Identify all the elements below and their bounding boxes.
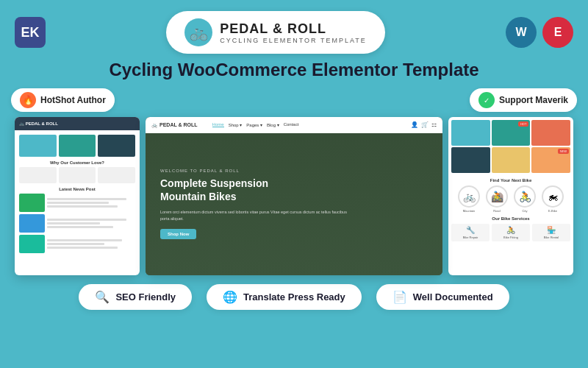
news-text-1 — [47, 194, 135, 212]
support-badge: ✓ Support Maverik — [470, 88, 577, 112]
user-icon[interactable]: 👤 — [411, 121, 418, 128]
service-3: 🏪 Bike Rental — [532, 224, 570, 241]
hero-title: Complete SuspensionMountain Bikes — [160, 177, 428, 203]
left-why-1 — [19, 167, 57, 183]
news-img-1 — [19, 194, 45, 212]
docs-label: Well Documented — [413, 291, 493, 302]
news-img-3 — [19, 235, 45, 253]
services-row: 🔧 Bike Repair 🚴 Bike Fitting 🏪 Bike Rent… — [448, 222, 573, 243]
left-news-1 — [19, 194, 135, 212]
translate-badge: 🌐 Translate Press Ready — [207, 284, 362, 310]
brand-title: PEDAL & ROLL — [220, 21, 367, 37]
center-nav-logo: 🚲 PEDAL & ROLL — [151, 122, 198, 128]
nav-blog[interactable]: Blog ▾ — [267, 122, 279, 127]
right-section-1-title: Find Your Next Bike — [451, 178, 570, 183]
left-content: Why Our Customer Love? Latest News Post — [15, 130, 140, 260]
left-card-1 — [19, 135, 57, 157]
bike-icon-3: 🚴 — [514, 185, 536, 208]
hotshot-icon: 🔥 — [20, 92, 36, 108]
grid-item-2: HOT — [492, 120, 531, 146]
hero-section: WELCOME TO PEDAL & ROLL Complete Suspens… — [146, 133, 442, 275]
service-1: 🔧 Bike Repair — [451, 224, 490, 241]
left-card-2 — [59, 135, 96, 157]
service-2: 🚴 Bike Fitting — [492, 224, 530, 241]
translate-icon: 🌐 — [223, 290, 237, 304]
bike-item-2: 🚵 Road — [484, 185, 510, 213]
left-section-2-title: Latest News Post — [19, 187, 135, 191]
news-text-2 — [47, 214, 135, 233]
grid-item-6: NEW — [531, 147, 570, 173]
center-brand-logo: 🚲 PEDAL & ROLL CYCLING ELEMENTOR TEMPLAT… — [166, 11, 385, 54]
bottom-badges: 🔍 SEO Friendly 🌐 Translate Press Ready 📄… — [15, 284, 573, 310]
menu-icon[interactable]: ⚏ — [431, 121, 437, 128]
hero-description: Lorem orci elementum dictum viverra sed … — [160, 209, 348, 222]
left-news-3 — [19, 235, 135, 253]
left-logo: 🚲 PEDAL & ROLL — [19, 121, 58, 126]
shop-now-button[interactable]: Shop Now — [160, 229, 196, 239]
left-why-row — [19, 167, 135, 183]
bike-item-4: 🏍 E-Bike — [540, 185, 566, 213]
seo-label: SEO Friendly — [115, 291, 176, 302]
nav-pages[interactable]: Pages ▾ — [246, 122, 262, 127]
bike-icon-2: 🚵 — [486, 185, 508, 208]
wordpress-logo: W — [506, 17, 537, 48]
right-logos: W E — [506, 17, 573, 48]
main-container: EK 🚲 PEDAL & ROLL CYCLING ELEMENTOR TEMP… — [0, 0, 588, 368]
bike-icon-4: 🏍 — [542, 185, 564, 208]
support-label: Support Maverik — [499, 95, 568, 105]
left-preview-header: 🚲 PEDAL & ROLL — [15, 117, 140, 130]
center-preview: 🚲 PEDAL & ROLL Home Shop ▾ Pages ▾ Blog … — [146, 117, 442, 275]
nav-links: Home Shop ▾ Pages ▾ Blog ▾ Contact — [212, 122, 299, 127]
seo-icon: 🔍 — [95, 290, 110, 304]
bikes-row: 🚲 Mountain 🚵 Road 🚴 City 🏍 E-Bike — [448, 184, 573, 214]
elementor-logo: E — [542, 17, 573, 48]
nav-shop[interactable]: Shop ▾ — [229, 122, 243, 127]
left-card-3 — [98, 135, 135, 157]
ek-logo: EK — [15, 17, 46, 48]
docs-badge: 📄 Well Documented — [376, 284, 509, 310]
brand-icon: 🚲 — [184, 18, 212, 46]
brand-subtitle: CYCLING ELEMENTOR TEMPLATE — [220, 37, 367, 44]
nav-home[interactable]: Home — [212, 122, 224, 127]
grid-item-4 — [451, 147, 490, 173]
center-nav: 🚲 PEDAL & ROLL Home Shop ▾ Pages ▾ Blog … — [146, 117, 442, 133]
left-preview: 🚲 PEDAL & ROLL Why Our Customer Love? La… — [15, 117, 140, 275]
bike-item-3: 🚴 City — [512, 185, 538, 213]
top-logos-row: EK 🚲 PEDAL & ROLL CYCLING ELEMENTOR TEMP… — [15, 11, 573, 54]
nav-contact[interactable]: Contact — [284, 122, 299, 127]
author-badge: 🔥 HotShot Author — [11, 88, 115, 112]
left-color-row — [19, 135, 135, 157]
left-why-2 — [59, 167, 96, 183]
seo-badge: 🔍 SEO Friendly — [79, 284, 192, 310]
page-title: Cycling WooCommerce Elementor Template — [109, 60, 478, 80]
grid-item-1 — [451, 120, 490, 146]
brand-text: PEDAL & ROLL CYCLING ELEMENTOR TEMPLATE — [220, 21, 367, 44]
left-news-2 — [19, 214, 135, 233]
grid-item-5 — [492, 147, 531, 173]
grid-item-3 — [531, 120, 570, 146]
bike-icon-1: 🚲 — [458, 185, 480, 208]
right-preview: HOT NEW Find Your Next Bike 🚲 Mountain 🚵… — [448, 117, 573, 275]
rental-icon: 🏪 — [534, 226, 568, 234]
previews-row: 🚲 PEDAL & ROLL Why Our Customer Love? La… — [15, 115, 573, 277]
news-text-3 — [47, 235, 135, 253]
repair-icon: 🔧 — [453, 226, 487, 234]
hero-welcome: WELCOME TO PEDAL & ROLL — [160, 169, 428, 173]
docs-icon: 📄 — [392, 290, 407, 304]
author-label: HotShot Author — [40, 95, 106, 105]
left-why-3 — [98, 167, 135, 183]
translate-label: Translate Press Ready — [243, 291, 345, 302]
right-section-2-title: Our Bike Services — [451, 216, 570, 221]
cart-icon[interactable]: 🛒 — [421, 121, 429, 128]
right-grid: HOT NEW — [448, 117, 573, 176]
fitting-icon: 🚴 — [494, 226, 528, 234]
left-section-1-title: Why Our Customer Love? — [19, 160, 135, 165]
news-img-2 — [19, 214, 45, 233]
bike-item-1: 🚲 Mountain — [456, 185, 482, 213]
support-check-icon: ✓ — [478, 92, 495, 108]
